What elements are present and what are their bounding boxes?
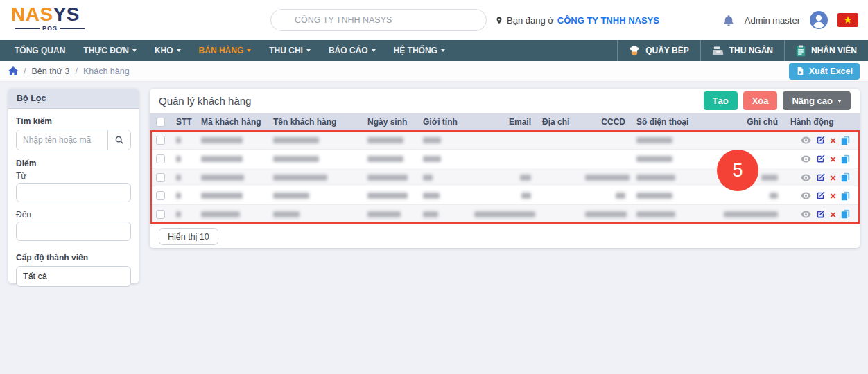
nav-item-thuc-don[interactable]: THỰC ĐƠN <box>74 40 146 61</box>
edit-icon[interactable] <box>816 173 825 182</box>
nav-item-bao-cao[interactable]: BÁO CÁO <box>320 40 385 61</box>
row-checkbox[interactable] <box>156 136 165 145</box>
redacted-cell-text <box>273 175 327 181</box>
redacted-cell-text <box>367 137 403 143</box>
points-from-input[interactable] <box>16 183 131 202</box>
redacted-cell-text <box>520 175 531 181</box>
main-navbar: TỔNG QUAN THỰC ĐƠN KHO BÁN HÀNG THU CHI … <box>0 40 868 61</box>
delete-button[interactable]: Xóa <box>743 91 778 110</box>
view-icon[interactable] <box>801 155 811 163</box>
redacted-cell-text <box>176 137 181 143</box>
view-icon[interactable] <box>801 192 811 199</box>
redacted-cell-text <box>585 175 630 181</box>
points-label: Điểm <box>16 159 131 168</box>
nav-item-nhan-vien[interactable]: NHÂN VIÊN <box>784 40 868 61</box>
copy-icon[interactable] <box>841 136 850 145</box>
delete-icon[interactable]: × <box>830 136 836 145</box>
edit-icon[interactable] <box>816 154 825 163</box>
table-header-row: STT Mã khách hàng Tên khách hàng Ngày si… <box>150 113 860 131</box>
nav-item-tong-quan[interactable]: TỔNG QUAN <box>6 40 74 61</box>
redacted-cell-text <box>636 175 675 181</box>
app-logo[interactable]: NASYS POS <box>11 5 89 32</box>
home-icon[interactable] <box>8 66 18 75</box>
page-size-button[interactable]: Hiển thị 10 <box>159 228 218 245</box>
chevron-down-icon <box>306 49 311 52</box>
redacted-cell-text <box>273 137 319 143</box>
delete-icon[interactable]: × <box>830 173 836 182</box>
table-row: × <box>150 168 860 186</box>
edit-icon[interactable] <box>816 210 825 219</box>
redacted-cell-text <box>423 193 440 199</box>
redacted-cell-text <box>616 193 625 199</box>
export-icon <box>796 66 805 75</box>
clipboard-icon <box>796 45 806 57</box>
location-company-link[interactable]: CÔNG TY TNHH NASYS <box>557 15 659 26</box>
table-row: × <box>150 204 860 223</box>
redacted-cell-text <box>636 137 672 143</box>
nav-item-quay-bep[interactable]: QUẦY BẾP <box>617 40 700 61</box>
points-from-label: Từ <box>16 171 131 181</box>
copy-icon[interactable] <box>841 154 850 164</box>
select-all-checkbox[interactable] <box>156 118 165 127</box>
company-select[interactable]: CÔNG TY TNHH NASYS <box>270 9 487 31</box>
nav-item-he-thong[interactable]: HỆ THỐNG <box>385 40 454 61</box>
search-button[interactable] <box>107 130 130 150</box>
chevron-down-icon <box>372 49 376 52</box>
search-input[interactable] <box>17 130 107 150</box>
redacted-cell-text <box>273 211 300 217</box>
chevron-down-icon <box>837 100 842 103</box>
view-icon[interactable] <box>801 174 811 181</box>
redacted-cell-text <box>201 175 244 181</box>
points-to-input[interactable] <box>16 222 131 241</box>
redacted-cell-text <box>367 193 408 199</box>
search-field-group <box>16 130 131 150</box>
nav-menu: TỔNG QUAN THỰC ĐƠN KHO BÁN HÀNG THU CHI … <box>0 40 454 61</box>
nav-item-kho[interactable]: KHO <box>146 40 190 61</box>
table-row: × <box>150 150 860 168</box>
redacted-cell-text <box>423 156 441 162</box>
chevron-down-icon <box>177 49 181 52</box>
advanced-button[interactable]: Nâng cao <box>783 91 851 110</box>
column-header-dia-chi: Địa chỉ <box>537 113 580 131</box>
redacted-cell-text <box>474 211 535 217</box>
delete-icon[interactable]: × <box>830 210 836 219</box>
language-flag-vietnam[interactable] <box>837 13 858 27</box>
redacted-cell-text <box>201 193 243 199</box>
column-header-ghi-chu: Ghi chú <box>709 113 783 131</box>
column-header-hanh-dong: Hành động <box>783 113 860 131</box>
create-button[interactable]: Tạo <box>704 91 738 110</box>
breadcrumb-item-ben-thu-3[interactable]: Bên thứ 3 <box>31 66 69 76</box>
column-header-gioi-tinh: Giới tính <box>417 113 469 131</box>
nav-item-thu-ngan[interactable]: THU NGÂN <box>700 40 784 61</box>
redacted-cell-text <box>201 211 240 217</box>
view-icon[interactable] <box>801 211 811 218</box>
location-indicator: Bạn đang ở CÔNG TY TNHH NASYS <box>495 9 659 31</box>
copy-icon[interactable] <box>841 209 850 219</box>
edit-icon[interactable] <box>816 136 825 145</box>
column-header-cccd: CCCD <box>580 113 631 131</box>
table-body: ××××× <box>150 131 860 223</box>
view-icon[interactable] <box>801 136 811 144</box>
edit-icon[interactable] <box>816 191 825 200</box>
redacted-cell-text <box>367 156 403 162</box>
filter-panel-title: Bộ Lọc <box>8 89 139 109</box>
user-avatar[interactable] <box>810 11 828 29</box>
logo-subtext: POS <box>11 25 89 32</box>
row-checkbox[interactable] <box>156 173 165 182</box>
redacted-cell-text <box>201 156 243 162</box>
nav-item-ban-hang[interactable]: BÁN HÀNG <box>190 40 261 61</box>
export-excel-button[interactable]: Xuất Excel <box>789 63 860 80</box>
member-level-select[interactable] <box>16 266 131 287</box>
row-checkbox[interactable] <box>156 191 165 200</box>
location-pin-icon <box>495 15 503 26</box>
breadcrumb-separator: / <box>75 66 77 76</box>
delete-icon[interactable]: × <box>830 191 836 200</box>
nav-item-thu-chi[interactable]: THU CHI <box>260 40 320 61</box>
copy-icon[interactable] <box>841 191 850 201</box>
notifications-bell-icon[interactable] <box>722 14 735 27</box>
search-icon <box>114 135 124 145</box>
row-checkbox[interactable] <box>156 210 165 219</box>
copy-icon[interactable] <box>841 172 850 182</box>
row-checkbox[interactable] <box>156 154 165 163</box>
delete-icon[interactable]: × <box>830 154 836 163</box>
